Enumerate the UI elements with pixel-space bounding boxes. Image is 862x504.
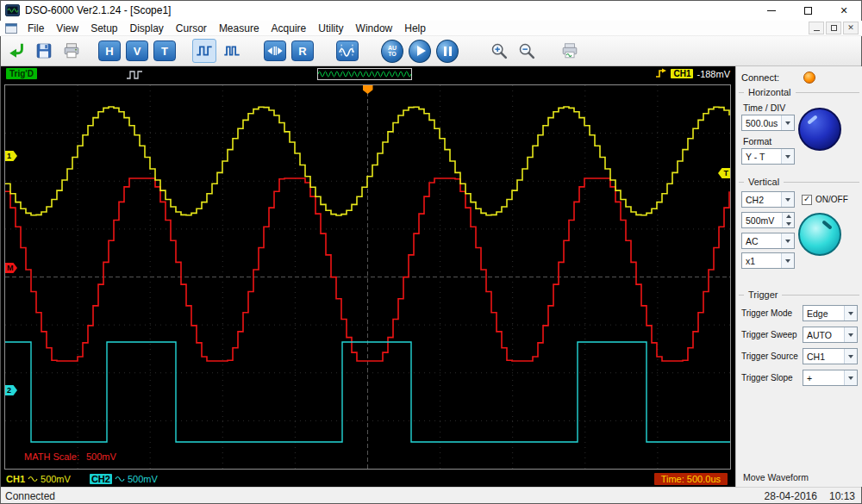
refresh-button[interactable]: R [290, 39, 315, 63]
trigger-sweep-select[interactable]: AUTO [803, 327, 858, 343]
math-scale-value: 500mV [86, 451, 116, 462]
ac-coupling-icon [28, 475, 38, 483]
menu-cursor[interactable]: Cursor [170, 22, 213, 35]
trigger-slope-select[interactable]: + [803, 370, 858, 386]
ch2-scale-value: 500mV [128, 474, 158, 484]
acquire-mode-button[interactable] [220, 39, 244, 63]
ch1-readout: CH1 500mV [6, 474, 71, 484]
title-bar: DSO-6000 Ver2.1.24 - [Scope1] ✕ [0, 0, 862, 21]
mdi-close-button[interactable]: ✕ [843, 22, 859, 34]
maximize-button[interactable] [790, 0, 826, 21]
section-trigger: Trigger [739, 289, 859, 300]
toolbar: H V T [0, 36, 862, 66]
close-icon: ✕ [840, 6, 847, 16]
probe-select[interactable]: x1 [741, 252, 795, 269]
ch1-label: CH1 [6, 474, 25, 484]
print-button[interactable] [59, 39, 84, 63]
play-icon [409, 40, 431, 63]
spin-up-icon[interactable] [783, 213, 794, 221]
move-waveform-label: Move Waveform [743, 472, 809, 482]
menu-setup[interactable]: Setup [84, 22, 123, 35]
trigger-edge-icon [654, 68, 667, 79]
ch2-label: CH2 [90, 474, 112, 484]
mdi-restore-button[interactable] [826, 22, 841, 34]
pause-button[interactable] [435, 39, 459, 63]
document-icon [5, 23, 17, 34]
checkbox-checked-icon [802, 195, 812, 205]
close-button[interactable]: ✕ [826, 0, 862, 21]
horizontal-knob[interactable] [798, 108, 841, 151]
chevron-down-icon [844, 306, 857, 320]
coupling-select[interactable]: AC [741, 233, 795, 249]
app-window: DSO-6000 Ver2.1.24 - [Scope1] ✕ File Vie… [0, 0, 862, 504]
channel-readout-bar: CH1 500mV CH2 500mV Time: 500.0us [0, 471, 735, 487]
measure-display-button[interactable] [335, 39, 359, 63]
waveform-preview [317, 68, 412, 80]
waveform-plot [5, 85, 730, 469]
trigger-setup-button[interactable]: T [153, 39, 177, 63]
trigger-mode-select[interactable]: Edge [803, 305, 858, 321]
trigger-source-select[interactable]: CH1 [803, 348, 858, 364]
menu-acquire[interactable]: Acquire [265, 22, 313, 35]
channel-onoff-checkbox[interactable]: ON/OFF [802, 195, 848, 205]
run-button[interactable] [408, 39, 432, 63]
menu-utility[interactable]: Utility [312, 22, 349, 35]
ac-coupling-icon [115, 475, 125, 483]
status-date: 28-04-2016 [765, 490, 817, 502]
scope-display: 1 M 2 T MATH Scale:500mV [4, 84, 731, 470]
time-div-select[interactable]: 500.0us [741, 115, 795, 131]
zoom-out-button[interactable] [515, 39, 539, 63]
vertical-setup-button[interactable]: V [125, 39, 149, 63]
menu-view[interactable]: View [50, 22, 84, 35]
trigger-mode-label: Trigger Mode [741, 308, 803, 318]
vertical-knob[interactable] [798, 213, 841, 256]
save-button[interactable] [32, 39, 56, 63]
zoom-out-icon [517, 41, 536, 60]
spinner-buttons[interactable] [782, 213, 794, 227]
waveform-cursor-icon [336, 40, 359, 61]
trigger-level-value: -188mV [696, 69, 730, 79]
channel-select[interactable]: CH2 [741, 191, 795, 208]
connect-device-button[interactable] [4, 39, 28, 63]
mdi-minimize-button[interactable] [809, 22, 824, 34]
menu-file[interactable]: File [22, 22, 50, 35]
scope-area: Trig'D CH1 -188mV [0, 66, 735, 487]
chevron-down-icon [781, 233, 794, 248]
menu-bar: File View Setup Display Cursor Measure A… [0, 21, 862, 36]
section-vertical: Vertical [739, 177, 859, 187]
h-letter-icon: H [98, 40, 121, 61]
pause-icon [436, 40, 459, 63]
print-preview-button[interactable] [558, 39, 582, 63]
connect-led-button[interactable] [803, 72, 815, 84]
app-icon [5, 4, 20, 16]
menu-window[interactable]: Window [350, 22, 399, 35]
format-select[interactable]: Y - T [741, 148, 795, 165]
status-time: 10:13 [829, 490, 855, 502]
chevron-down-icon [781, 192, 794, 207]
minimize-icon [767, 10, 776, 11]
menu-display[interactable]: Display [124, 22, 170, 35]
horizontal-setup-button[interactable]: H [97, 39, 122, 63]
zoom-in-button[interactable] [487, 39, 511, 63]
scope-status-bar: Trig'D CH1 -188mV [0, 66, 735, 83]
menu-help[interactable]: Help [398, 22, 432, 35]
square-wave2-icon [222, 41, 241, 60]
workspace: Trig'D CH1 -188mV [0, 66, 862, 487]
horizontal-arrows-icon [264, 40, 286, 61]
auto-set-button[interactable]: AU TO [380, 39, 404, 63]
menu-measure[interactable]: Measure [213, 22, 265, 35]
scope-frame: 1 M 2 T MATH Scale:500mV [0, 83, 735, 471]
control-panel: Connect: Horizontal Time / DIV 500.0us F… [735, 66, 862, 487]
trigger-status-badge: Trig'D [6, 68, 37, 79]
mdi-restore-icon [831, 25, 837, 31]
knob-pointer [807, 115, 818, 124]
ch1-scale-value: 500mV [41, 474, 71, 484]
volts-div-spinner[interactable]: 500mV [741, 212, 795, 228]
xy-expand-button[interactable] [263, 39, 287, 63]
mdi-close-icon: ✕ [847, 24, 854, 32]
chevron-down-icon [844, 327, 857, 342]
waveform-mode-button[interactable] [192, 39, 216, 63]
maximize-icon [804, 7, 812, 15]
minimize-button[interactable] [753, 0, 790, 21]
spin-down-icon[interactable] [783, 221, 794, 228]
